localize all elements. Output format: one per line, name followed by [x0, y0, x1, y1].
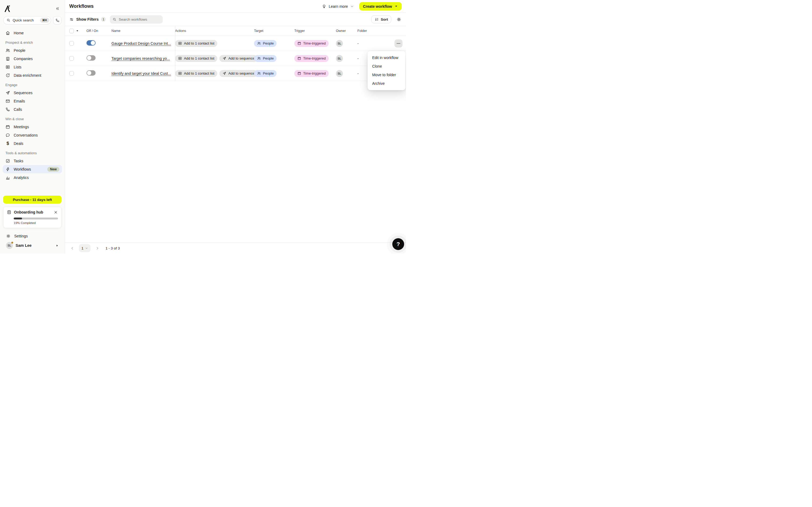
- send-icon: [5, 91, 10, 95]
- create-workflow-label: Create workflow: [363, 4, 392, 9]
- trigger-time-chip: Time-triggered: [294, 55, 329, 62]
- show-filters-button[interactable]: Show Filters 1: [69, 17, 106, 22]
- sidebar-item-lists[interactable]: Lists: [3, 63, 62, 71]
- workflow-name-link[interactable]: Target companies researching yo...: [111, 56, 170, 61]
- learn-more-menu[interactable]: Learn more: [322, 4, 354, 9]
- row-checkbox[interactable]: [69, 56, 74, 61]
- calendar-icon: [297, 56, 301, 60]
- previous-page-button[interactable]: [69, 245, 75, 251]
- filter-count-badge: 1: [101, 17, 106, 22]
- workflow-name-link[interactable]: Identify and target your Ideal Cust...: [111, 71, 171, 76]
- pagination-range: 1 - 3 of 3: [106, 246, 120, 250]
- sidebar-item-sequences[interactable]: Sequences: [3, 89, 62, 97]
- workflow-name-link[interactable]: Gauge Product Design Course Int...: [111, 41, 171, 46]
- chevron-down-icon: [85, 247, 88, 250]
- sort-button[interactable]: Sort: [371, 15, 391, 23]
- menu-item-archive[interactable]: Archive: [368, 79, 405, 88]
- table-row: Target companies researching yo... Add t…: [65, 51, 406, 66]
- add-to-sequence-chip[interactable]: Add to sequence: [219, 70, 257, 77]
- search-placeholder: Search workflows: [119, 17, 147, 21]
- table-row: Identify and target your Ideal Cust... A…: [65, 66, 406, 81]
- row-more-actions-button[interactable]: [395, 40, 403, 48]
- select-dropdown-caret[interactable]: [76, 29, 79, 33]
- add-to-contact-list-chip[interactable]: Add to 1 contact list: [175, 40, 217, 47]
- sidebar-item-label: Data enrichment: [14, 73, 41, 77]
- onboarding-hub-card: Onboarding hub 19% Completed: [3, 207, 61, 228]
- owner-avatar: SL: [336, 40, 343, 47]
- sidebar-item-people[interactable]: People: [3, 46, 62, 54]
- sidebar-item-conversations[interactable]: Conversations: [3, 131, 62, 139]
- target-people-chip: People: [254, 70, 276, 77]
- send-icon: [222, 56, 226, 60]
- status-dot: [11, 241, 13, 244]
- onboarding-progress-bar: [14, 218, 58, 219]
- page-select[interactable]: 1: [79, 244, 91, 252]
- help-button[interactable]: ?: [392, 238, 404, 250]
- workflow-toggle[interactable]: [87, 55, 96, 61]
- column-header-name: Name: [111, 29, 175, 33]
- gear-icon: [6, 234, 11, 238]
- sidebar-item-companies[interactable]: Companies: [3, 54, 62, 63]
- workflows-table: Off / On Name Actions Target Trigger Own…: [65, 26, 406, 81]
- sidebar-item-label: Tasks: [14, 159, 23, 163]
- workflow-toggle[interactable]: [87, 70, 96, 76]
- sidebar-item-settings[interactable]: Settings: [3, 232, 61, 240]
- close-icon[interactable]: [53, 210, 58, 215]
- onboarding-progress-fill: [14, 218, 22, 219]
- column-header-actions: Actions: [175, 29, 254, 33]
- menu-item-clone[interactable]: Clone: [368, 62, 405, 70]
- chevron-right-icon: [95, 246, 99, 250]
- table-settings-button[interactable]: [396, 16, 402, 22]
- avatar: SL: [6, 242, 13, 249]
- workflow-toggle[interactable]: [87, 40, 96, 46]
- create-workflow-button[interactable]: Create workflow: [359, 2, 402, 10]
- row-checkbox[interactable]: [69, 71, 74, 76]
- learn-more-label: Learn more: [329, 4, 348, 9]
- onboarding-progress-label: 19% Completed: [14, 221, 58, 225]
- row-checkbox[interactable]: [69, 41, 74, 46]
- menu-item-move-to-folder[interactable]: Move to folder: [368, 70, 405, 79]
- sidebar-item-home[interactable]: Home: [3, 29, 62, 37]
- next-page-button[interactable]: [95, 245, 100, 251]
- add-to-contact-list-chip[interactable]: Add to 1 contact list: [175, 55, 217, 62]
- new-badge: New: [47, 167, 59, 172]
- people-icon: [257, 71, 261, 75]
- purchase-button[interactable]: Purchase - 11 days left: [3, 195, 61, 204]
- phone-icon: [55, 18, 60, 22]
- sidebar-item-analytics[interactable]: Analytics: [3, 173, 62, 182]
- show-filters-label: Show Filters: [76, 17, 99, 21]
- add-to-contact-list-chip[interactable]: Add to 1 contact list: [175, 70, 217, 77]
- sidebar-item-label: Deals: [14, 142, 23, 146]
- nav-section-engage: Engage: [3, 79, 62, 89]
- search-workflows-input[interactable]: Search workflows: [110, 15, 163, 23]
- pagination-bar: 1 1 - 3 of 3: [65, 242, 406, 253]
- dialer-button[interactable]: [53, 16, 61, 24]
- dollar-icon: $: [5, 141, 10, 146]
- collapse-sidebar-button[interactable]: [54, 6, 60, 11]
- chevron-down-icon: [350, 5, 354, 8]
- sidebar-item-deals[interactable]: $ Deals: [3, 139, 62, 148]
- user-menu[interactable]: SL Sam Lee: [3, 241, 61, 250]
- sort-label: Sort: [381, 17, 388, 21]
- onboarding-hub-title[interactable]: Onboarding hub: [14, 210, 51, 214]
- folder-cell: -: [357, 41, 386, 46]
- sidebar-item-meetings[interactable]: Meetings: [3, 123, 62, 131]
- caret-right-icon: [55, 244, 59, 247]
- sidebar-item-calls[interactable]: Calls: [3, 105, 62, 113]
- sidebar-item-workflows[interactable]: Workflows New: [3, 165, 62, 173]
- sidebar-item-emails[interactable]: Emails: [3, 97, 62, 105]
- sort-icon: [374, 17, 379, 21]
- shortcut-badge: ⌘K: [40, 18, 49, 23]
- app-window: Quick search ⌘K Home Prospect & enrich P…: [0, 0, 406, 253]
- sidebar-item-data-enrichment[interactable]: Data enrichment: [3, 71, 62, 79]
- sidebar-item-label: Meetings: [14, 125, 29, 129]
- menu-item-edit-in-workflow[interactable]: Edit in workflow: [368, 53, 405, 62]
- trigger-time-chip: Time-triggered: [294, 40, 329, 47]
- double-chevron-left-icon: [55, 6, 60, 11]
- select-all-checkbox[interactable]: [69, 29, 74, 33]
- column-header-trigger: Trigger: [294, 29, 336, 33]
- sidebar-item-tasks[interactable]: Tasks: [3, 157, 62, 165]
- add-to-sequence-chip[interactable]: Add to sequence: [219, 55, 257, 62]
- send-icon: [222, 71, 226, 75]
- quick-search-input[interactable]: Quick search ⌘K: [3, 16, 51, 24]
